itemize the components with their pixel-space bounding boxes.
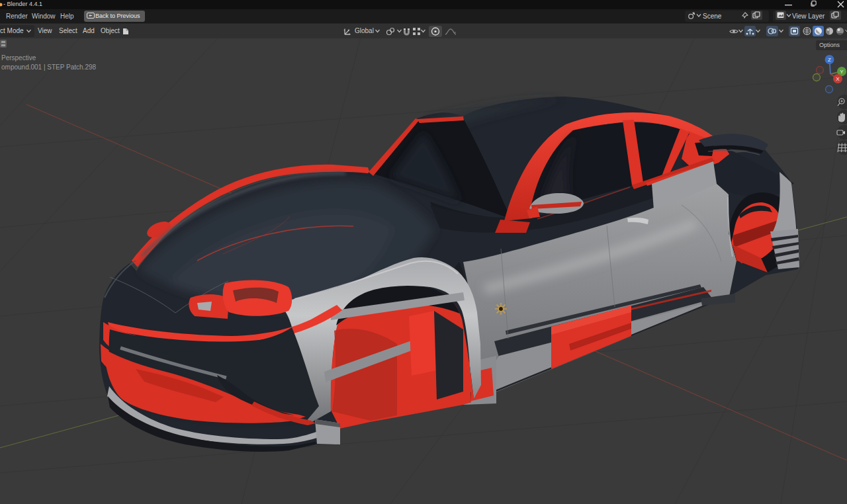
svg-text:X: X	[836, 76, 840, 82]
svg-text:Y: Y	[840, 69, 844, 75]
svg-text:Z: Z	[828, 57, 831, 63]
